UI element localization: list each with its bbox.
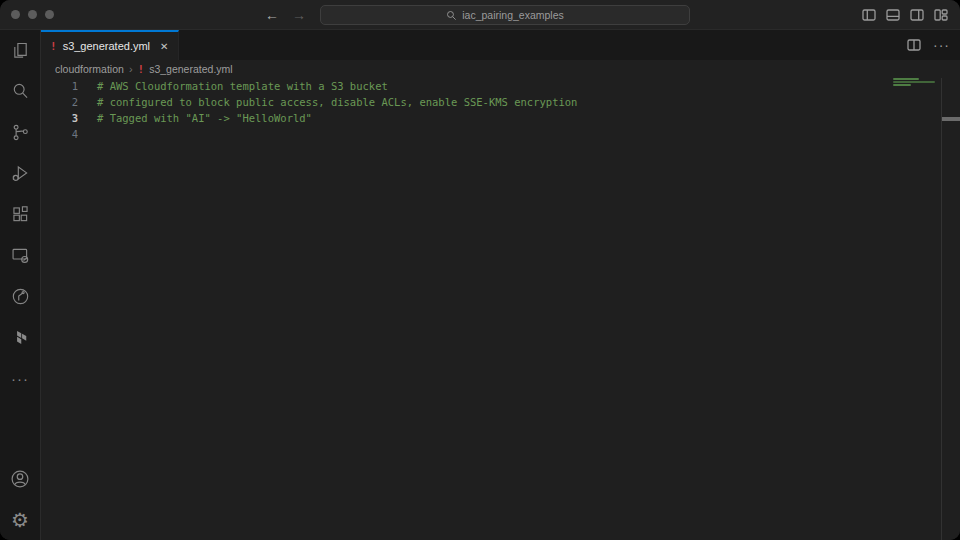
gear-icon: ⚙ [11, 510, 29, 530]
code-text: # AWS Cloudformation template with a S3 … [97, 78, 388, 94]
vscode-window: ← → iac_pairing_examples [0, 0, 960, 540]
sidebar-item-source-control[interactable] [0, 112, 41, 153]
line-number[interactable]: 3 [41, 110, 97, 126]
code-line[interactable]: 1# AWS Cloudformation template with a S3… [41, 78, 889, 94]
line-number[interactable]: 4 [41, 126, 97, 142]
sidebar-item-more-actions[interactable]: ··· [0, 358, 41, 399]
circle-branch-icon [10, 286, 31, 307]
remote-explorer-icon [10, 245, 31, 266]
toggle-panel-icon[interactable] [886, 8, 900, 22]
editor-lines[interactable]: 1# AWS Cloudformation template with a S3… [41, 78, 889, 540]
yaml-file-icon: ! [50, 40, 57, 53]
tab-label: s3_generated.yml [63, 40, 150, 52]
activity-bar: ··· ⚙ [0, 30, 41, 540]
minimap-line [893, 81, 935, 83]
ellipsis-icon: ··· [11, 370, 29, 387]
overview-ruler-scrollbar[interactable] [941, 78, 960, 540]
sidebar-item-terraform[interactable] [0, 317, 41, 358]
yaml-file-icon: ! [138, 63, 145, 76]
close-window-button[interactable] [11, 10, 20, 19]
breadcrumb-folder[interactable]: cloudformation [55, 63, 124, 75]
sidebar-item-extensions[interactable] [0, 194, 41, 235]
source-control-icon [10, 122, 31, 143]
files-icon [10, 40, 31, 61]
breadcrumb-file[interactable]: s3_generated.yml [149, 63, 232, 75]
overview-ruler-cursor-marker [942, 117, 960, 121]
search-icon [446, 10, 457, 21]
more-actions-icon[interactable]: ··· [933, 37, 950, 53]
breadcrumb: cloudformation › ! s3_generated.yml [41, 60, 960, 78]
account-button[interactable] [0, 458, 41, 499]
editor-region[interactable]: 1# AWS Cloudformation template with a S3… [41, 78, 960, 540]
code-line[interactable]: 2# configured to block public access, di… [41, 94, 889, 110]
command-center-text: iac_pairing_examples [462, 9, 564, 21]
sidebar-item-search[interactable] [0, 71, 41, 112]
navigate-forward-icon[interactable]: → [292, 8, 306, 22]
code-text: # Tagged with "AI" -> "HelloWorld" [97, 110, 312, 126]
sidebar-item-run-debug[interactable] [0, 153, 41, 194]
sidebar-item-explorer[interactable] [0, 30, 41, 71]
terraform-icon [10, 328, 30, 348]
search-icon [10, 81, 31, 102]
minimap-line [893, 78, 919, 80]
settings-button[interactable]: ⚙ [0, 499, 41, 540]
line-number[interactable]: 2 [41, 94, 97, 110]
navigate-back-icon[interactable]: ← [265, 8, 279, 22]
code-line[interactable]: 4 [41, 126, 889, 142]
line-number[interactable]: 1 [41, 78, 97, 94]
chevron-right-icon: › [129, 63, 133, 75]
tab-s3-generated-yml[interactable]: ! s3_generated.yml ✕ [41, 30, 179, 60]
title-bar: ← → iac_pairing_examples [0, 0, 960, 30]
window-controls [11, 10, 54, 19]
sidebar-item-circle-branch[interactable] [0, 276, 41, 317]
code-text: # configured to block public access, dis… [97, 94, 577, 110]
code-line[interactable]: 3# Tagged with "AI" -> "HelloWorld" [41, 110, 889, 126]
run-and-debug-icon [10, 163, 31, 184]
extensions-icon [10, 204, 31, 225]
sidebar-item-remote-explorer[interactable] [0, 235, 41, 276]
toggle-primary-sidebar-icon[interactable] [862, 8, 876, 22]
account-icon [9, 468, 31, 490]
command-center-search[interactable]: iac_pairing_examples [320, 5, 690, 25]
split-editor-icon[interactable] [907, 38, 921, 52]
zoom-window-button[interactable] [45, 10, 54, 19]
toggle-secondary-sidebar-icon[interactable] [910, 8, 924, 22]
minimap-line [893, 84, 911, 86]
customize-layout-icon[interactable] [934, 8, 948, 22]
tab-bar: ! s3_generated.yml ✕ ··· [41, 30, 960, 60]
minimize-window-button[interactable] [28, 10, 37, 19]
close-tab-icon[interactable]: ✕ [160, 41, 168, 52]
